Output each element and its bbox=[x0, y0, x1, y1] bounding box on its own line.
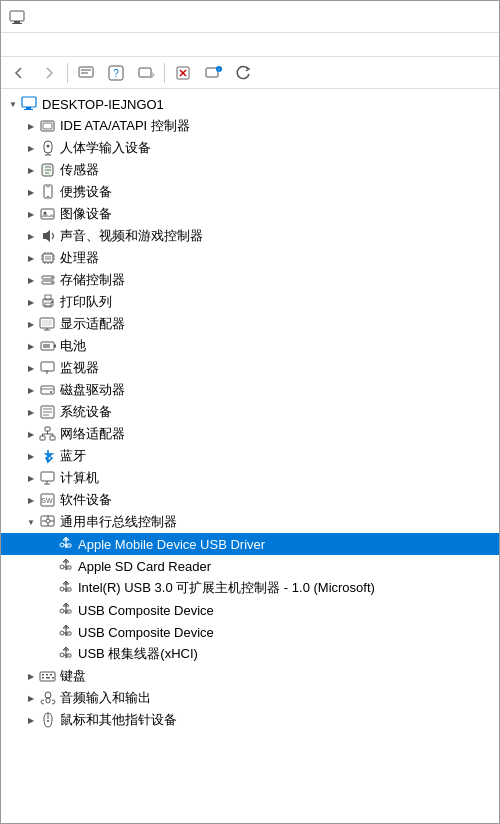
icon-apple-sd bbox=[57, 558, 75, 574]
tree-item-image[interactable]: ▶ 图像设备 bbox=[1, 203, 499, 225]
label-sensor: 传感器 bbox=[57, 161, 99, 179]
svg-point-84 bbox=[46, 519, 50, 523]
expander-mouse[interactable]: ▶ bbox=[23, 712, 39, 728]
expander-print[interactable]: ▶ bbox=[23, 294, 39, 310]
expander-usb-comp2[interactable] bbox=[41, 624, 57, 640]
tree-item-ide[interactable]: ▶ IDE ATA/ATAPI 控制器 bbox=[1, 115, 499, 137]
expander-computer[interactable]: ▶ bbox=[23, 470, 39, 486]
tree-item-usb-root[interactable]: USB 根集线器(xHCI) bbox=[1, 643, 499, 665]
tree-item-system[interactable]: ▶ 系统设备 bbox=[1, 401, 499, 423]
menu-view[interactable] bbox=[37, 43, 53, 47]
uninstall-button[interactable] bbox=[169, 60, 197, 86]
expander-ide[interactable]: ▶ bbox=[23, 118, 39, 134]
svg-rect-122 bbox=[50, 674, 52, 676]
refresh-button[interactable] bbox=[229, 60, 257, 86]
action-button[interactable]: ! bbox=[199, 60, 227, 86]
tree-item-battery[interactable]: ▶ 电池 bbox=[1, 335, 499, 357]
tree-item-processor[interactable]: ▶ 处理器 bbox=[1, 247, 499, 269]
svg-rect-19 bbox=[43, 123, 52, 129]
device-tree[interactable]: ▼ DESKTOP-IEJNGO1▶ IDE ATA/ATAPI 控制器▶ 人体… bbox=[1, 89, 499, 823]
expander-display[interactable]: ▶ bbox=[23, 316, 39, 332]
expander-root[interactable]: ▼ bbox=[5, 96, 21, 112]
expander-software[interactable]: ▶ bbox=[23, 492, 39, 508]
expander-usb-ctrl[interactable]: ▼ bbox=[23, 514, 39, 530]
tree-item-audio[interactable]: ▶ 声音、视频和游戏控制器 bbox=[1, 225, 499, 247]
tree-item-keyboard[interactable]: ▶ 键盘 bbox=[1, 665, 499, 687]
expander-storage[interactable]: ▶ bbox=[23, 272, 39, 288]
svg-point-129 bbox=[47, 720, 49, 722]
expander-processor[interactable]: ▶ bbox=[23, 250, 39, 266]
expander-monitor[interactable]: ▶ bbox=[23, 360, 39, 376]
tree-item-root[interactable]: ▼ DESKTOP-IEJNGO1 bbox=[1, 93, 499, 115]
menu-action[interactable] bbox=[21, 43, 37, 47]
expander-sensor[interactable]: ▶ bbox=[23, 162, 39, 178]
menu-file[interactable] bbox=[5, 43, 21, 47]
tree-item-hid[interactable]: ▶ 人体学输入设备 bbox=[1, 137, 499, 159]
properties-button[interactable] bbox=[72, 60, 100, 86]
svg-rect-121 bbox=[46, 674, 48, 676]
expander-intel-usb[interactable] bbox=[41, 580, 57, 596]
tree-item-sensor[interactable]: ▶ 传感器 bbox=[1, 159, 499, 181]
tree-item-network[interactable]: ▶ 网络适配器 bbox=[1, 423, 499, 445]
tree-item-usb-comp1[interactable]: USB Composite Device bbox=[1, 599, 499, 621]
tree-item-portable[interactable]: ▶ 便携设备 bbox=[1, 181, 499, 203]
icon-image bbox=[39, 206, 57, 222]
expander-usb-root[interactable] bbox=[41, 646, 57, 662]
expander-apple-usb[interactable] bbox=[41, 536, 57, 552]
expander-image[interactable]: ▶ bbox=[23, 206, 39, 222]
tree-item-disk[interactable]: ▶ 磁盘驱动器 bbox=[1, 379, 499, 401]
update-driver-button[interactable] bbox=[132, 60, 160, 86]
tree-item-apple-usb[interactable]: Apple Mobile Device USB Driver bbox=[1, 533, 499, 555]
tree-item-mouse[interactable]: ▶ 鼠标和其他指针设备 bbox=[1, 709, 499, 731]
tree-item-intel-usb[interactable]: Intel(R) USB 3.0 可扩展主机控制器 - 1.0 (Microso… bbox=[1, 577, 499, 599]
icon-audio-io bbox=[39, 690, 57, 706]
expander-audio[interactable]: ▶ bbox=[23, 228, 39, 244]
expander-portable[interactable]: ▶ bbox=[23, 184, 39, 200]
label-battery: 电池 bbox=[57, 337, 86, 355]
svg-rect-78 bbox=[41, 472, 54, 481]
expander-usb-comp1[interactable] bbox=[41, 602, 57, 618]
tree-item-storage[interactable]: ▶ 存储控制器 bbox=[1, 269, 499, 291]
tree-item-bluetooth[interactable]: ▶ 蓝牙 bbox=[1, 445, 499, 467]
expander-audio-io[interactable]: ▶ bbox=[23, 690, 39, 706]
expander-hid[interactable]: ▶ bbox=[23, 140, 39, 156]
forward-button[interactable] bbox=[35, 60, 63, 86]
title-bar bbox=[1, 1, 499, 33]
maximize-button[interactable] bbox=[399, 1, 445, 33]
tree-item-apple-sd[interactable]: Apple SD Card Reader bbox=[1, 555, 499, 577]
icon-root bbox=[21, 96, 39, 112]
expander-system[interactable]: ▶ bbox=[23, 404, 39, 420]
menu-help[interactable] bbox=[53, 43, 69, 47]
tree-item-computer[interactable]: ▶ 计算机 bbox=[1, 467, 499, 489]
expander-bluetooth[interactable]: ▶ bbox=[23, 448, 39, 464]
tree-item-software[interactable]: ▶ SW 软件设备 bbox=[1, 489, 499, 511]
tree-item-display[interactable]: ▶ 显示适配器 bbox=[1, 313, 499, 335]
tree-item-usb-comp2[interactable]: USB Composite Device bbox=[1, 621, 499, 643]
scan-button[interactable]: ? bbox=[102, 60, 130, 86]
svg-rect-71 bbox=[45, 427, 50, 431]
svg-rect-30 bbox=[47, 196, 49, 197]
svg-text:SW: SW bbox=[41, 497, 53, 504]
icon-system bbox=[39, 404, 57, 420]
svg-rect-31 bbox=[41, 209, 54, 219]
tree-item-usb-ctrl[interactable]: ▼ 通用串行总线控制器 bbox=[1, 511, 499, 533]
svg-point-53 bbox=[51, 301, 53, 303]
expander-battery[interactable]: ▶ bbox=[23, 338, 39, 354]
icon-portable bbox=[39, 184, 57, 200]
svg-point-114 bbox=[60, 653, 64, 657]
tree-item-print[interactable]: ▶ 打印队列 bbox=[1, 291, 499, 313]
close-button[interactable] bbox=[445, 1, 491, 33]
expander-keyboard[interactable]: ▶ bbox=[23, 668, 39, 684]
label-mouse: 鼠标和其他指针设备 bbox=[57, 711, 177, 729]
tree-item-audio-io[interactable]: ▶ 音频输入和输出 bbox=[1, 687, 499, 709]
minimize-button[interactable] bbox=[353, 1, 399, 33]
svg-rect-60 bbox=[43, 344, 50, 348]
svg-text:?: ? bbox=[113, 68, 119, 79]
label-intel-usb: Intel(R) USB 3.0 可扩展主机控制器 - 1.0 (Microso… bbox=[75, 579, 375, 597]
label-print: 打印队列 bbox=[57, 293, 112, 311]
expander-apple-sd[interactable] bbox=[41, 558, 57, 574]
tree-item-monitor[interactable]: ▶ 监视器 bbox=[1, 357, 499, 379]
expander-disk[interactable]: ▶ bbox=[23, 382, 39, 398]
back-button[interactable] bbox=[5, 60, 33, 86]
expander-network[interactable]: ▶ bbox=[23, 426, 39, 442]
